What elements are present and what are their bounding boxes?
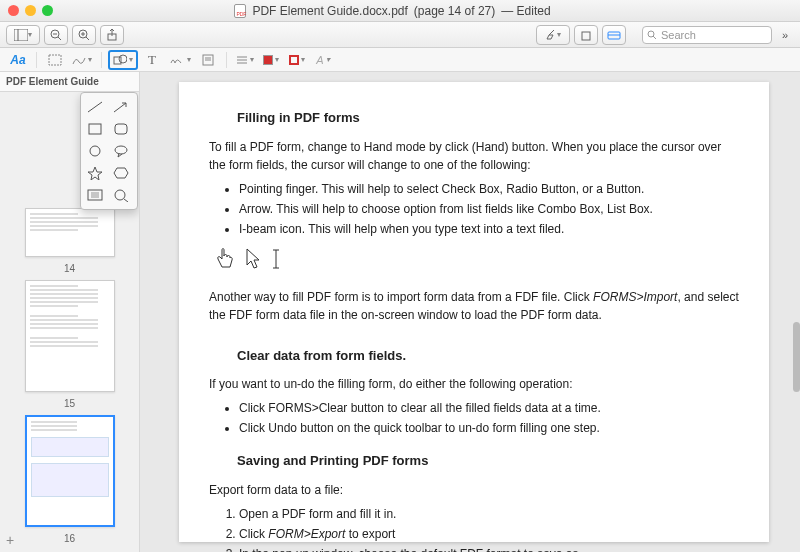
font-style-button[interactable]: A▾ [311, 50, 335, 70]
ibeam-cursor-icon [271, 248, 281, 278]
search-placeholder: Search [661, 29, 696, 41]
body-paragraph: To fill a PDF form, change to Hand mode … [209, 138, 739, 174]
hexagon-shape-button[interactable] [111, 165, 131, 181]
zoom-out-button[interactable] [44, 25, 68, 45]
arrow-shape-button[interactable] [111, 99, 131, 115]
rounded-square-icon [113, 122, 129, 136]
bullet-list: Pointing finger. This will help to selec… [209, 180, 739, 238]
speech-bubble-icon [113, 144, 129, 158]
svg-marker-33 [88, 167, 102, 180]
page-thumbnail-selected[interactable] [25, 415, 115, 527]
thumbnail-page-number: 16 [64, 533, 75, 544]
list-icon [236, 54, 248, 66]
svg-rect-29 [89, 124, 101, 134]
page-indicator: (page 14 of 27) [414, 4, 495, 18]
thumbnail-page-number: 14 [64, 263, 75, 274]
svg-marker-39 [247, 249, 259, 268]
fill-color-button[interactable]: ▾ [259, 50, 283, 70]
shapes-button[interactable]: ▾ [108, 50, 138, 70]
square-shape-button[interactable] [85, 121, 105, 137]
share-button[interactable] [100, 25, 124, 45]
pdf-page: Filling in PDF forms To fill a PDF form,… [179, 82, 769, 542]
svg-rect-18 [49, 55, 61, 65]
svg-marker-11 [547, 35, 553, 39]
markup-button[interactable] [602, 25, 626, 45]
body-paragraph: Export form data to a file: [209, 481, 739, 499]
annotation-toolbar: Aa ▾ ▾ T ▾ ▾ ▾ ▾ A▾ [0, 48, 800, 72]
sidebar-icon [14, 29, 28, 41]
cursor-illustration [215, 248, 739, 278]
svg-line-17 [653, 36, 656, 39]
mask-icon [87, 188, 103, 202]
search-input[interactable]: Search [642, 26, 772, 44]
list-item: Open a PDF form and fill it in. [239, 505, 739, 523]
main-toolbar: ▾ ▾ Search » [0, 22, 800, 48]
loupe-shape-button[interactable] [111, 187, 131, 203]
mask-shape-button[interactable] [85, 187, 105, 203]
list-item: I-beam icon. This will help when you typ… [239, 220, 739, 238]
edited-indicator: — Edited [501, 4, 550, 18]
sidebar-tab[interactable]: PDF Element Guide [0, 72, 139, 92]
chevron-down-icon: ▾ [129, 55, 133, 64]
text-tool-button[interactable]: T [140, 50, 164, 70]
markup-toolbox-icon [607, 29, 621, 41]
zoom-in-button[interactable] [72, 25, 96, 45]
stroke-color-button[interactable]: ▾ [285, 50, 309, 70]
star-shape-button[interactable] [85, 165, 105, 181]
speech-bubble-shape-button[interactable] [111, 143, 131, 159]
chevron-down-icon: ▾ [250, 55, 254, 64]
line-shape-button[interactable] [85, 99, 105, 115]
document-filename: PDF Element Guide.docx.pdf [252, 4, 407, 18]
rotate-icon [580, 29, 592, 41]
document-viewport[interactable]: Filling in PDF forms To fill a PDF form,… [140, 72, 800, 552]
text-style-button[interactable]: Aa [6, 50, 30, 70]
chevron-down-icon: ▾ [326, 55, 330, 64]
signature-icon [169, 54, 185, 66]
select-box-button[interactable] [43, 50, 67, 70]
square-icon [87, 122, 103, 136]
window-title: PDF Element Guide.docx.pdf (page 14 of 2… [59, 4, 726, 18]
bullet-list: Click FORMS>Clear button to clear all th… [209, 399, 739, 437]
scrollbar-thumb[interactable] [793, 322, 800, 392]
highlighter-icon [545, 29, 557, 41]
add-page-button[interactable]: + [6, 532, 14, 548]
page-thumbnail[interactable] [25, 280, 115, 392]
circle-icon [87, 144, 103, 158]
list-item: In the pop up window, choose the default… [239, 545, 739, 553]
svg-line-38 [124, 199, 128, 202]
close-window-button[interactable] [8, 5, 19, 16]
share-icon [106, 29, 118, 41]
view-mode-button[interactable]: ▾ [6, 25, 40, 45]
svg-marker-34 [114, 168, 128, 178]
main-area: PDF Element Guide 14 [0, 72, 800, 552]
chevron-down-icon: ▾ [187, 55, 191, 64]
thumbnail-list[interactable]: 14 15 16 [0, 92, 139, 552]
note-button[interactable] [196, 50, 220, 70]
list-item: Arrow. This will help to choose option f… [239, 200, 739, 218]
chevron-down-icon: ▾ [557, 30, 561, 39]
fill-color-swatch [263, 55, 273, 65]
thumbnail-sidebar: PDF Element Guide 14 [0, 72, 140, 552]
svg-line-27 [88, 102, 102, 112]
sketch-icon [72, 54, 86, 66]
list-item: Pointing finger. This will help to selec… [239, 180, 739, 198]
highlight-button[interactable]: ▾ [536, 25, 570, 45]
svg-point-37 [115, 190, 125, 200]
arrow-cursor-icon [245, 248, 261, 278]
list-style-button[interactable]: ▾ [233, 50, 257, 70]
expand-button[interactable]: » [776, 25, 794, 45]
circle-shape-button[interactable] [85, 143, 105, 159]
rounded-square-shape-button[interactable] [111, 121, 131, 137]
chevron-down-icon: ▾ [88, 55, 92, 64]
svg-line-3 [58, 37, 61, 40]
fullscreen-window-button[interactable] [42, 5, 53, 16]
rotate-button[interactable] [574, 25, 598, 45]
minimize-window-button[interactable] [25, 5, 36, 16]
svg-point-20 [119, 55, 127, 63]
chevron-expand-icon: » [782, 29, 788, 41]
pointing-hand-icon [215, 248, 235, 278]
sketch-button[interactable]: ▾ [69, 50, 95, 70]
signature-button[interactable]: ▾ [166, 50, 194, 70]
hexagon-icon [113, 166, 129, 180]
page-thumbnail[interactable] [25, 208, 115, 257]
